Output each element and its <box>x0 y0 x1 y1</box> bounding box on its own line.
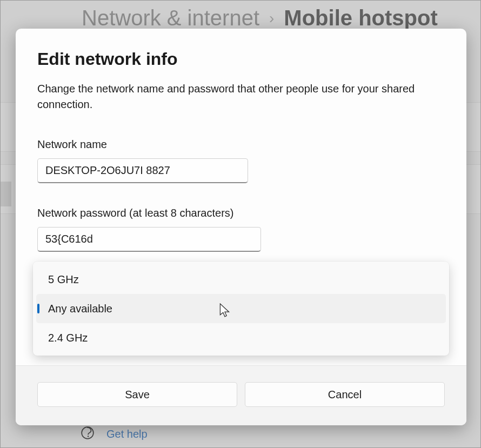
cancel-button[interactable]: Cancel <box>245 382 445 407</box>
network-password-input[interactable] <box>37 227 261 252</box>
band-option-label: Any available <box>48 303 112 315</box>
dialog-footer: Save Cancel <box>16 365 466 425</box>
network-name-label: Network name <box>37 138 445 151</box>
network-name-input[interactable] <box>37 158 248 183</box>
network-band-dropdown-list: 5 GHz Any available 2.4 GHz <box>33 262 449 356</box>
band-option-label: 2.4 GHz <box>48 332 88 344</box>
band-option-5ghz[interactable]: 5 GHz <box>36 265 446 294</box>
dialog-description: Change the network name and password tha… <box>37 81 445 112</box>
edit-network-info-dialog: Edit network info Change the network nam… <box>16 29 466 425</box>
save-button[interactable]: Save <box>37 382 237 407</box>
dialog-title: Edit network info <box>37 49 445 69</box>
band-option-24ghz[interactable]: 2.4 GHz <box>36 323 446 352</box>
band-option-any-available[interactable]: Any available <box>36 294 446 323</box>
network-password-label: Network password (at least 8 characters) <box>37 207 445 219</box>
band-option-label: 5 GHz <box>48 273 79 286</box>
